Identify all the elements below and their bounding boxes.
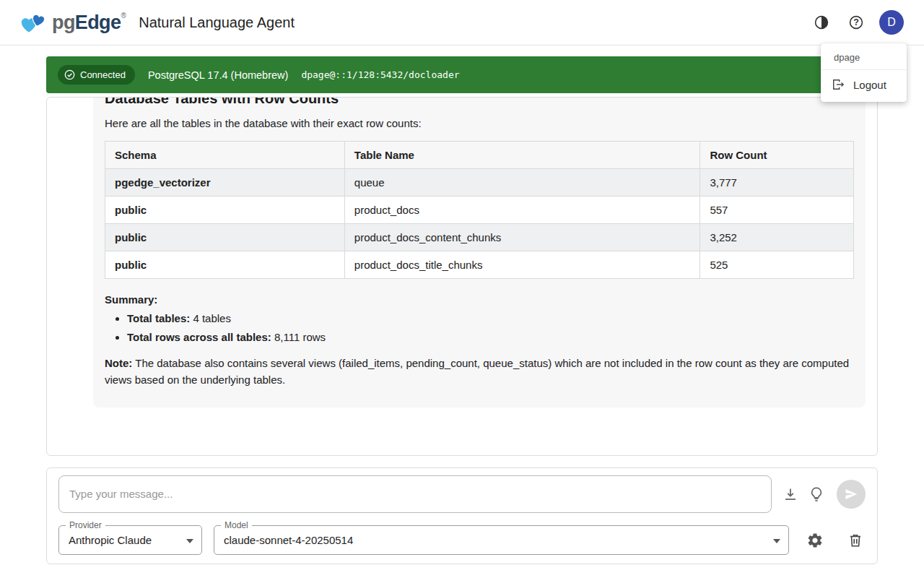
cell-row-count: 3,252 xyxy=(700,224,854,251)
help-icon: ? xyxy=(847,14,865,31)
gear-icon xyxy=(806,532,824,549)
clear-chat-button[interactable] xyxy=(845,530,866,551)
cell-schema: public xyxy=(105,224,345,251)
logout-icon xyxy=(831,77,845,92)
provider-select[interactable]: Provider Anthropic Claude xyxy=(58,525,202,555)
header-table-name: Table Name xyxy=(344,142,700,169)
cell-table-name: queue xyxy=(344,169,700,197)
download-icon xyxy=(782,486,799,503)
chevron-down-icon xyxy=(773,539,780,543)
provider-select-label: Provider xyxy=(66,520,105,530)
connected-label: Connected xyxy=(80,69,126,80)
download-button[interactable] xyxy=(780,484,801,504)
message-note: Note: The database also contains several… xyxy=(105,355,854,389)
table-row: pgedge_vectorizer queue 3,777 xyxy=(105,169,854,197)
help-button[interactable]: ? xyxy=(845,11,868,34)
composer-actions xyxy=(780,480,866,509)
list-item: Total tables: 4 tables xyxy=(127,312,854,324)
connection-string: dpage@::1/128:5432/docloader xyxy=(301,69,459,80)
cell-schema: public xyxy=(105,197,345,224)
cell-row-count: 557 xyxy=(700,197,854,224)
user-menu-username: dpage xyxy=(821,46,907,69)
pgedge-logo: pgEdge® xyxy=(17,8,126,37)
composer: Provider Anthropic Claude Model claude-s… xyxy=(46,467,878,564)
contrast-icon xyxy=(813,14,830,31)
cell-schema: pgedge_vectorizer xyxy=(105,169,345,197)
table-header-row: Schema Table Name Row Count xyxy=(105,142,854,169)
connection-status-bar: Connected PostgreSQL 17.4 (Homebrew) dpa… xyxy=(46,56,878,93)
row-counts-table: Schema Table Name Row Count pgedge_vecto… xyxy=(105,141,854,279)
table-row: public product_docs_content_chunks 3,252 xyxy=(105,224,854,251)
cell-row-count: 3,777 xyxy=(700,169,854,197)
message-intro: Here are all the tables in the database … xyxy=(105,117,854,129)
logout-menu-item[interactable]: Logout xyxy=(821,70,907,99)
pgedge-wordmark: pgEdge® xyxy=(52,12,126,34)
list-item: Total rows across all tables: 8,111 rows xyxy=(127,331,854,343)
logout-label: Logout xyxy=(853,79,886,91)
summary-label: Summary: xyxy=(105,293,854,306)
chat-message-area: Database Tables with Row Counts Here are… xyxy=(46,97,878,456)
page-title: Natural Language Agent xyxy=(139,14,295,31)
header-actions: ? D xyxy=(810,10,904,35)
model-select-label: Model xyxy=(221,520,252,530)
cell-table-name: product_docs_title_chunks xyxy=(344,251,700,279)
model-select[interactable]: Model claude-sonnet-4-20250514 xyxy=(214,525,789,555)
avatar[interactable]: D xyxy=(879,10,904,35)
table-row: public product_docs 557 xyxy=(105,197,854,224)
send-icon xyxy=(844,487,858,501)
check-circle-icon xyxy=(64,69,75,80)
theme-toggle-button[interactable] xyxy=(810,11,833,34)
cell-table-name: product_docs_content_chunks xyxy=(344,224,700,251)
connected-badge: Connected xyxy=(58,65,135,85)
hint-button[interactable] xyxy=(806,484,827,504)
message-input[interactable] xyxy=(58,475,772,513)
model-select-value: claude-sonnet-4-20250514 xyxy=(224,534,353,546)
summary-list: Total tables: 4 tables Total rows across… xyxy=(105,312,854,343)
trash-icon xyxy=(847,532,864,549)
provider-select-value: Anthropic Claude xyxy=(69,534,152,546)
header-schema: Schema xyxy=(105,142,345,169)
user-menu: dpage Logout xyxy=(821,43,907,102)
message-heading: Database Tables with Row Counts xyxy=(105,97,854,107)
app-header: pgEdge® Natural Language Agent ? D xyxy=(0,0,924,46)
assistant-message: Database Tables with Row Counts Here are… xyxy=(93,97,866,407)
send-button[interactable] xyxy=(837,480,866,509)
server-version: PostgreSQL 17.4 (Homebrew) xyxy=(148,69,289,81)
cell-schema: public xyxy=(105,251,345,279)
pgedge-logo-icon xyxy=(17,8,51,37)
model-settings-row: Provider Anthropic Claude Model claude-s… xyxy=(58,525,866,555)
header-row-count: Row Count xyxy=(700,142,854,169)
table-row: public product_docs_title_chunks 525 xyxy=(105,251,854,279)
cell-table-name: product_docs xyxy=(344,197,700,224)
settings-button[interactable] xyxy=(805,530,825,551)
chevron-down-icon xyxy=(186,539,193,543)
main-content: Connected PostgreSQL 17.4 (Homebrew) dpa… xyxy=(46,56,878,564)
cell-row-count: 525 xyxy=(700,251,854,279)
lightbulb-icon xyxy=(808,486,825,503)
svg-text:?: ? xyxy=(853,17,859,27)
